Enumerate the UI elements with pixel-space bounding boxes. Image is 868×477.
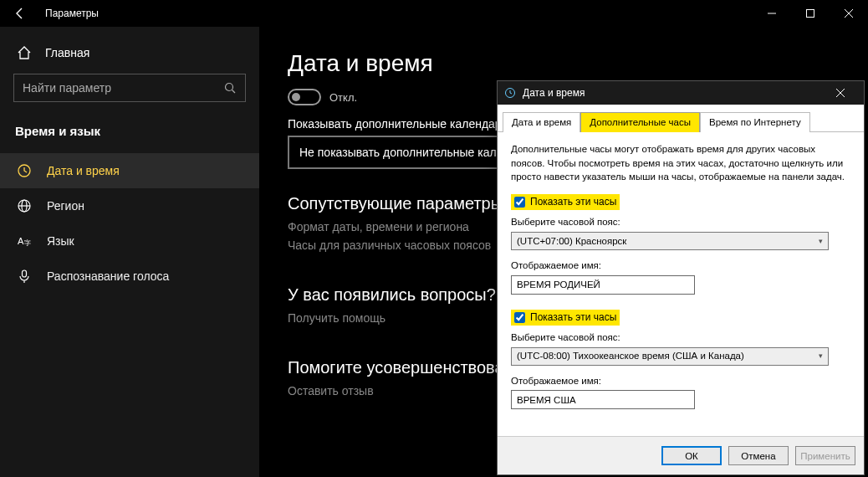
clock2-show-checkbox[interactable]: Показать эти часы [511,310,620,326]
sidebar-item-label: Дата и время [47,164,120,177]
microphone-icon [17,269,32,284]
clock2-group: Показать эти часы Выберите часовой пояс:… [511,310,850,410]
clock1-tz-select[interactable]: (UTC+07:00) Красноярск ▾ [511,232,829,250]
clock-icon [17,163,32,178]
sidebar-item-label: Регион [47,199,84,213]
toggle-track [288,89,321,105]
tab-datetime[interactable]: Дата и время [503,112,580,132]
checkbox-label: Показать эти часы [530,195,616,209]
search-input[interactable]: Найти параметр [13,74,246,102]
dialog-close-button[interactable] [824,81,857,105]
svg-text:A: A [18,236,24,246]
clock2-tz-select[interactable]: (UTC-08:00) Тихоокеанское время (США и К… [511,347,829,366]
sidebar-item-language[interactable]: A字 Язык [0,223,259,259]
dialog-body: Дополнительные часы могут отображать вре… [498,132,864,436]
minimize-button[interactable] [753,0,791,27]
search-placeholder: Найти параметр [23,81,111,95]
tab-internet-time[interactable]: Время по Интернету [700,112,810,132]
maximize-button[interactable] [791,0,830,27]
sidebar-item-label: Язык [47,234,74,248]
dialog-title: Дата и время [523,87,585,99]
svg-rect-10 [23,270,27,277]
chevron-down-icon: ▾ [819,351,823,362]
datetime-dialog: Дата и время Дата и время Дополнительные… [497,80,865,475]
ok-button[interactable]: ОК [661,446,722,465]
svg-line-3 [232,90,236,93]
clock2-name-input[interactable]: ВРЕМЯ США [511,390,695,409]
back-button[interactable] [0,0,40,27]
clock1-tz-value: (UTC+07:00) Красноярск [517,234,626,249]
cancel-button[interactable]: Отмена [728,446,789,465]
clock-icon [504,87,516,99]
apply-button[interactable]: Применить [795,446,855,465]
globe-icon [17,198,32,213]
svg-text:字: 字 [24,239,31,247]
search-icon [224,82,237,95]
sidebar: Главная Найти параметр Время и язык Дата… [0,27,259,477]
page-title: Дата и время [288,50,840,77]
home-label: Главная [45,46,89,59]
window-titlebar: Параметры [0,0,868,27]
close-button[interactable] [830,0,868,27]
clock2-tz-label: Выберите часовой пояс: [511,331,850,345]
tab-additional-clocks[interactable]: Дополнительные часы [580,112,700,132]
home-icon [17,45,32,60]
clock2-name-value: ВРЕМЯ США [517,393,576,408]
clock1-group: Показать эти часы Выберите часовой пояс:… [511,194,850,295]
sidebar-item-speech[interactable]: Распознавание голоса [0,259,259,294]
svg-point-2 [226,83,233,90]
dialog-footer: ОК Отмена Применить [498,436,864,474]
clock1-name-input[interactable]: ВРЕМЯ РОДИЧЕЙ [511,275,695,295]
sidebar-item-datetime[interactable]: Дата и время [0,153,259,188]
category-title: Время и язык [0,112,259,153]
language-icon: A字 [17,233,32,249]
clock1-name-value: ВРЕМЯ РОДИЧЕЙ [517,278,600,292]
clock1-tz-label: Выберите часовой пояс: [511,215,850,229]
sidebar-item-label: Распознавание голоса [47,269,169,283]
window-title: Параметры [40,8,99,19]
sidebar-item-region[interactable]: Регион [0,188,259,223]
checkbox-input[interactable] [514,312,525,323]
dialog-tabs: Дата и время Дополнительные часы Время п… [498,105,864,132]
dialog-titlebar[interactable]: Дата и время [498,81,864,105]
clock2-name-label: Отображаемое имя: [511,374,850,388]
dialog-description: Дополнительные часы могут отображать вре… [511,142,850,184]
checkbox-label: Показать эти часы [530,310,616,325]
chevron-down-icon: ▾ [819,236,823,247]
clock2-tz-value: (UTC-08:00) Тихоокеанское время (США и К… [517,349,744,363]
toggle-state-label: Откл. [329,91,357,104]
clock1-show-checkbox[interactable]: Показать эти часы [511,194,620,210]
clock1-name-label: Отображаемое имя: [511,259,850,273]
home-nav[interactable]: Главная [0,37,259,69]
checkbox-input[interactable] [514,197,525,208]
svg-rect-1 [807,10,814,18]
